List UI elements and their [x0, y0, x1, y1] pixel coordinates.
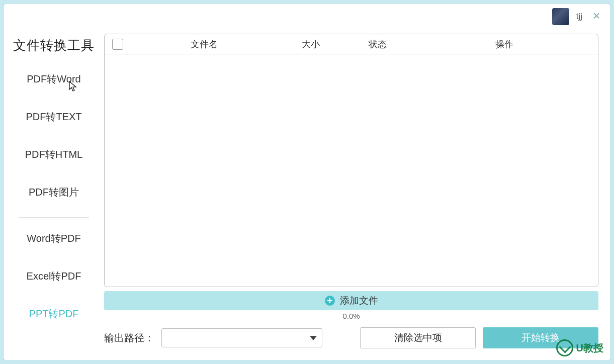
start-convert-button[interactable]: 开始转换	[483, 327, 598, 348]
add-file-button[interactable]: 添加文件	[104, 291, 598, 310]
sidebar-item-pdf-to-text[interactable]: PDF转TEXT	[26, 110, 81, 124]
output-path-select[interactable]	[161, 328, 322, 347]
sidebar-item-pdf-to-html[interactable]: PDF转HTML	[25, 148, 82, 161]
select-all-cell	[105, 39, 131, 50]
plus-icon	[325, 296, 335, 306]
select-all-checkbox[interactable]	[112, 39, 123, 50]
avatar[interactable]	[552, 8, 569, 25]
sidebar-divider	[19, 217, 89, 218]
body: 文件转换工具 PDF转Word PDF转TEXT PDF转HTML PDF转图片…	[4, 30, 610, 360]
sidebar-item-excel-to-pdf[interactable]: Excel转PDF	[27, 269, 81, 283]
file-table: 文件名 大小 状态 操作	[104, 34, 598, 287]
table-header: 文件名 大小 状态 操作	[105, 34, 598, 54]
col-action: 操作	[411, 38, 598, 50]
sidebar: 文件转换工具 PDF转Word PDF转TEXT PDF转HTML PDF转图片…	[4, 30, 104, 360]
progress-bar: 0.0%	[104, 310, 598, 321]
col-filename: 文件名	[131, 38, 278, 50]
col-size: 大小	[278, 38, 344, 50]
sidebar-item-pdf-to-word[interactable]: PDF转Word	[27, 72, 80, 86]
sidebar-item-pdf-to-image[interactable]: PDF转图片	[29, 186, 79, 199]
add-file-label: 添加文件	[340, 294, 378, 307]
app-window: tjj × 文件转换工具 PDF转Word PDF转TEXT PDF转HTML …	[3, 3, 611, 361]
username-label: tjj	[576, 12, 582, 22]
clear-selected-button[interactable]: 清除选中项	[360, 327, 476, 348]
sidebar-item-ppt-to-pdf[interactable]: PPT转PDF	[29, 307, 79, 321]
output-path-label: 输出路径：	[104, 331, 154, 345]
close-icon[interactable]: ×	[589, 9, 603, 24]
sidebar-title: 文件转换工具	[13, 37, 95, 54]
table-body[interactable]	[105, 54, 598, 287]
footer-row: 输出路径： 清除选中项 开始转换	[104, 327, 598, 348]
sidebar-item-word-to-pdf[interactable]: Word转PDF	[27, 232, 80, 245]
progress-text: 0.0%	[342, 312, 360, 320]
col-status: 状态	[344, 38, 411, 50]
chevron-down-icon	[310, 336, 317, 340]
main-panel: 文件名 大小 状态 操作 添加文件 0.0% 输出路径：	[104, 30, 610, 360]
titlebar: tjj ×	[4, 4, 610, 30]
